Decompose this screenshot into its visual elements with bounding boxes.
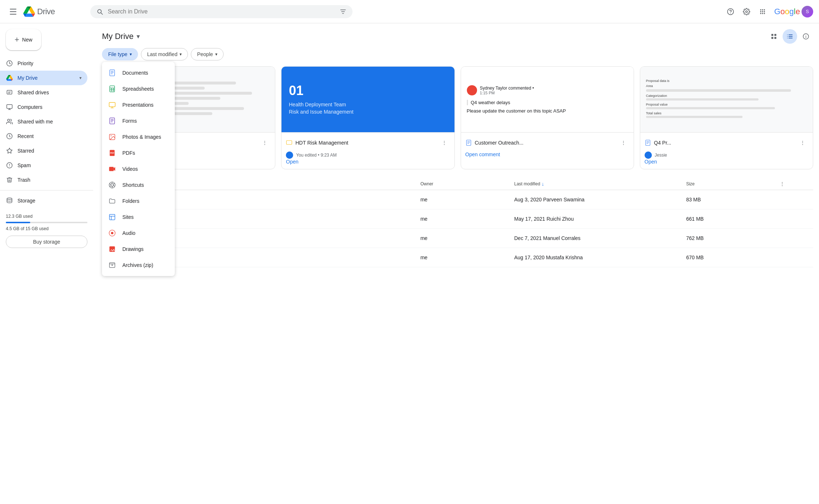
cell-owner-4: me [414, 248, 508, 267]
menu-button[interactable] [6, 4, 20, 19]
search-filter-icon[interactable] [339, 8, 347, 15]
list-view-button[interactable] [783, 29, 797, 44]
cell-actions-3: ⋮ [774, 229, 813, 248]
sites-icon [108, 213, 117, 221]
dropdown-item-drawings[interactable]: Drawings [102, 241, 175, 257]
archives-icon [108, 261, 117, 269]
card-more-outreach[interactable]: ⋮ [618, 137, 629, 149]
sort-indicator: Last modified ↓ [514, 181, 674, 187]
card-open-link-outreach[interactable]: Open comment [465, 150, 500, 159]
svg-rect-21 [771, 37, 773, 39]
sidebar-item-storage[interactable]: Storage [0, 193, 87, 208]
dropdown-item-audio[interactable]: Audio [102, 225, 175, 241]
dropdown-item-spreadsheets[interactable]: Spreadsheets [102, 81, 175, 97]
card-more-hdt[interactable]: ⋮ [438, 137, 450, 149]
sidebar-item-computers[interactable]: Computers [0, 100, 87, 114]
svg-point-2 [760, 9, 761, 10]
card-more-q4[interactable]: ⋮ [259, 137, 271, 149]
spam-icon [6, 162, 13, 169]
content-title: My Drive ▾ [102, 32, 140, 41]
svg-rect-32 [109, 102, 115, 107]
recent-icon [6, 133, 13, 140]
file-card-customer-outreach[interactable]: Sydney Taylor commented • 1:15 PM Q4 wea… [461, 66, 634, 169]
drawings-label: Drawings [122, 246, 143, 252]
table-body: ion Updates me Aug 3, 2020 Parveen Swami… [102, 190, 813, 267]
info-button[interactable] [799, 29, 813, 44]
file-card-hdt[interactable]: 01 Health Deployment TeamRisk and Issue … [281, 66, 454, 169]
photos-icon [108, 133, 117, 141]
sidebar-item-my-drive[interactable]: My Drive ▾ [0, 71, 87, 85]
more-options-icon: ⋮ [780, 181, 784, 186]
doc-preview-q4pr: Proposal data is Area Categorization Pro… [640, 73, 813, 126]
sidebar-item-spam[interactable]: Spam [0, 158, 87, 173]
cell-size-4: 670 MB [680, 248, 774, 267]
commenter-name: Sydney Taylor commented • [480, 86, 534, 91]
sidebar-label-shared-with-me: Shared with me [17, 119, 82, 125]
col-header-modified[interactable]: Last modified ↓ [508, 178, 680, 190]
file-card-q4pr[interactable]: Proposal data is Area Categorization Pro… [640, 66, 813, 169]
dropdown-item-presentations[interactable]: Presentations [102, 97, 175, 113]
col-size-label: Size [686, 181, 694, 186]
dropdown-item-folders[interactable]: Folders [102, 193, 175, 209]
sidebar-item-priority[interactable]: Priority [0, 56, 87, 71]
apps-button[interactable] [755, 4, 770, 19]
trash-icon [6, 176, 13, 184]
cell-owner-1: me [414, 190, 508, 209]
card-open-link-hdt[interactable]: Open [286, 157, 298, 166]
title-dropdown-arrow-icon[interactable]: ▾ [137, 32, 140, 40]
help-center-button[interactable] [723, 4, 738, 19]
table-row[interactable]: me May 17, 2021 Ruichi Zhou 661 MB ⋮ [102, 209, 813, 229]
comment-time: 1:15 PM [480, 91, 534, 95]
svg-point-8 [760, 13, 761, 14]
shared-drives-icon [6, 89, 13, 96]
dropdown-item-sites[interactable]: Sites [102, 209, 175, 225]
files-table: Name Owner Last modified ↓ Size [102, 178, 813, 267]
svg-text:PDF: PDF [110, 152, 114, 154]
sidebar-item-shared-with-me[interactable]: Shared with me [0, 114, 87, 129]
svg-point-3 [762, 9, 763, 10]
user-avatar[interactable]: S [802, 6, 813, 17]
forms-icon [108, 117, 117, 125]
last-modified-filter-button[interactable]: Last modified ▾ [141, 48, 188, 60]
dropdown-item-pdfs[interactable]: PDF PDFs [102, 145, 175, 161]
table-row[interactable]: me Dec 7, 2021 Manuel Corrales 762 MB ⋮ [102, 229, 813, 248]
card-open-link-q4pr[interactable]: Open [645, 157, 657, 166]
people-filter-button[interactable]: People ▾ [191, 48, 224, 60]
dropdown-item-forms[interactable]: Forms [102, 113, 175, 129]
col-header-size[interactable]: Size [680, 178, 774, 190]
card-more-q4pr[interactable]: ⋮ [797, 137, 808, 149]
new-button[interactable]: + New [6, 29, 41, 50]
file-type-filter-button[interactable]: File type ▾ [102, 48, 138, 60]
drive-logo[interactable]: Drive [23, 6, 55, 17]
settings-button[interactable] [739, 4, 754, 19]
search-input[interactable] [108, 8, 335, 15]
sidebar-label-storage: Storage [17, 198, 82, 204]
card-meta-hdt: You edited • 9:23 AM [286, 151, 450, 159]
sidebar-item-recent[interactable]: Recent [0, 129, 87, 143]
storage-icon [6, 197, 13, 204]
card-title-outreach: Customer Outreach... [475, 140, 524, 146]
grid-view-button[interactable] [767, 29, 781, 44]
cell-owner-3: me [414, 229, 508, 248]
dropdown-item-shortcuts[interactable]: Shortcuts [102, 177, 175, 193]
dropdown-item-photos[interactable]: Photos & Images [102, 129, 175, 145]
dropdown-item-documents[interactable]: Documents [102, 65, 175, 81]
dropdown-item-archives[interactable]: Archives (zip) [102, 257, 175, 273]
filter-bar: File type ▾ Documents [102, 48, 813, 66]
dropdown-item-videos[interactable]: Videos [102, 161, 175, 177]
priority-icon [6, 60, 13, 67]
doc-icon-q4pr [645, 139, 651, 146]
comment-quote: Q4 weather delays [467, 100, 510, 105]
svg-rect-38 [109, 167, 114, 171]
file-type-dropdown: Documents Spreadsheets Presentations [102, 62, 175, 276]
table-row[interactable]: Project Phoenix me Aug 17, 2020 Mustafa … [102, 248, 813, 267]
sidebar-label-priority: Priority [17, 60, 82, 66]
sidebar-item-trash[interactable]: Trash [0, 173, 87, 187]
cell-size-2: 661 MB [680, 209, 774, 229]
sidebar-item-shared-drives[interactable]: Shared drives [0, 85, 87, 100]
sidebar-item-starred[interactable]: Starred [0, 143, 87, 158]
storage-bar-track [6, 222, 87, 223]
table-row[interactable]: ion Updates me Aug 3, 2020 Parveen Swami… [102, 190, 813, 209]
buy-storage-button[interactable]: Buy storage [6, 236, 87, 248]
col-header-owner[interactable]: Owner [414, 178, 508, 190]
